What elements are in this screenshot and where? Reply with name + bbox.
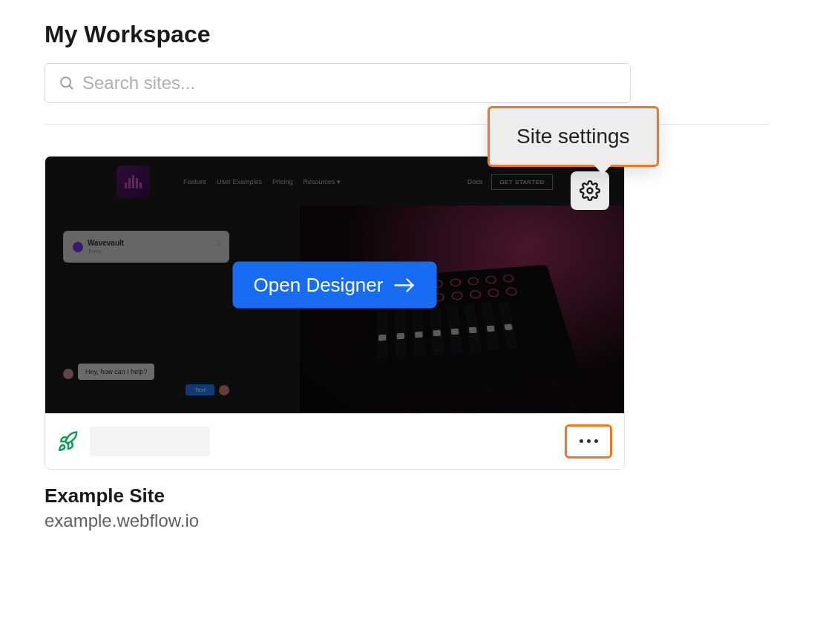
svg-point-2 — [588, 188, 593, 194]
svg-point-0 — [61, 77, 70, 87]
site-card: Feature User Examples Pricing Resources … — [45, 156, 625, 470]
svg-line-1 — [69, 85, 73, 89]
site-name: Example Site — [45, 484, 769, 507]
rocket-icon — [57, 430, 79, 453]
site-preview-thumbnail[interactable]: Feature User Examples Pricing Resources … — [45, 157, 624, 413]
search-input[interactable] — [82, 73, 617, 93]
site-settings-tooltip: Site settings — [488, 106, 659, 167]
tooltip-label: Site settings — [516, 125, 630, 148]
site-card-footer — [45, 413, 624, 469]
workspace-title: My Workspace — [45, 21, 769, 48]
more-options-button[interactable] — [565, 424, 612, 459]
section-divider — [45, 124, 769, 125]
site-settings-button[interactable] — [571, 171, 609, 210]
arrow-right-icon — [393, 277, 416, 293]
gear-icon — [580, 180, 600, 201]
search-sites-field[interactable] — [45, 63, 631, 103]
dots-icon — [580, 439, 583, 443]
site-url[interactable]: example.webflow.io — [45, 510, 769, 531]
open-designer-label: Open Designer — [254, 274, 384, 297]
open-designer-button[interactable]: Open Designer — [233, 262, 437, 309]
status-placeholder — [90, 427, 210, 456]
search-icon — [59, 75, 75, 91]
